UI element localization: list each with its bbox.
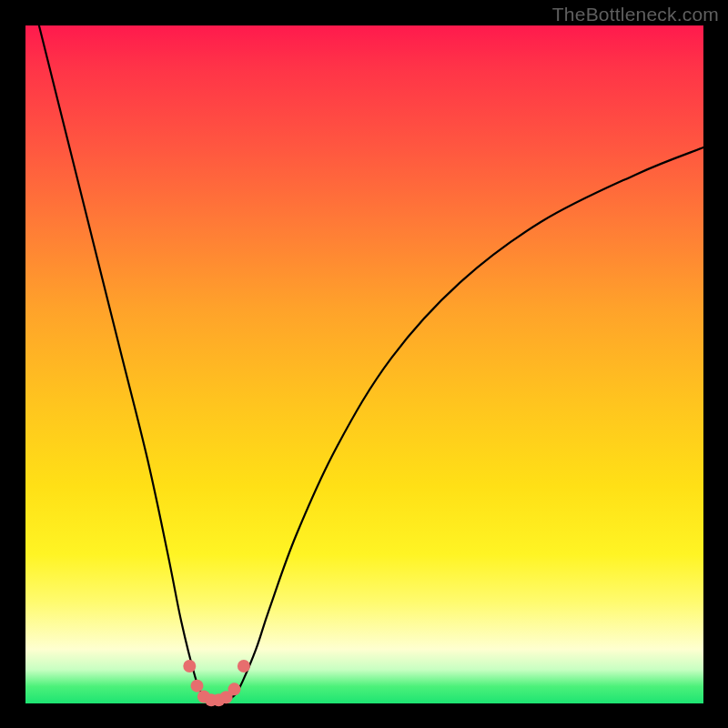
- chart-plot-area: [25, 25, 703, 703]
- highlight-marker: [228, 682, 240, 695]
- highlight-marker: [183, 660, 196, 672]
- highlight-marker: [190, 680, 203, 693]
- chart-svg: [25, 25, 703, 703]
- bottleneck-curve: [39, 25, 703, 702]
- watermark-text: TheBottleneck.com: [552, 4, 719, 25]
- highlight-marker: [238, 660, 250, 672]
- highlight-markers: [183, 660, 250, 706]
